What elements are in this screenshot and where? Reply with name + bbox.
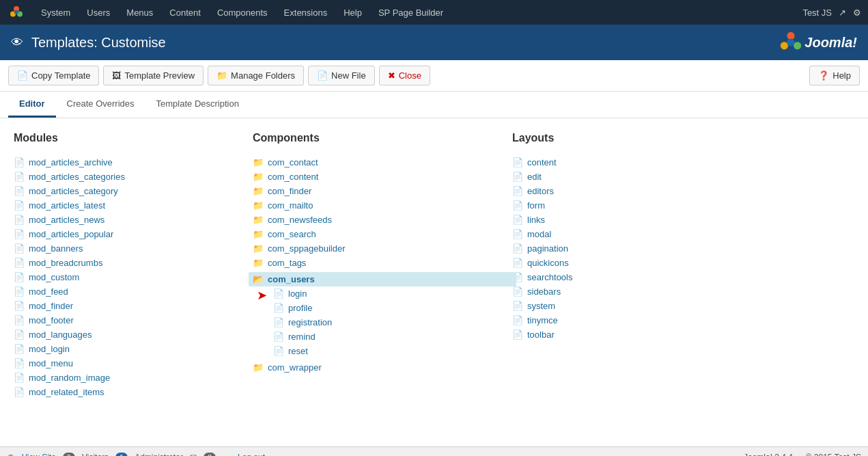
list-item[interactable]: 📁com_finder	[253, 184, 512, 198]
list-item[interactable]: 📄edit	[512, 170, 854, 184]
list-item[interactable]: 📄mod_articles_category	[14, 184, 253, 198]
manage-folders-button[interactable]: 📁 Manage Folders	[208, 66, 304, 85]
file-icon: 📄	[273, 289, 284, 299]
file-icon: 📄	[512, 200, 523, 211]
nav-sppagebuilder[interactable]: SP Page Builder	[370, 0, 451, 25]
help-button[interactable]: ❓ Help	[809, 66, 860, 85]
list-item[interactable]: 📄editors	[512, 184, 854, 198]
nav-help[interactable]: Help	[335, 0, 370, 25]
list-item[interactable]: 📄mod_languages	[14, 327, 253, 342]
modules-column: Modules 📄mod_articles_archive 📄mod_artic…	[14, 132, 253, 399]
list-item-profile[interactable]: 📄 profile	[273, 301, 512, 315]
list-item[interactable]: 📄toolbar	[512, 327, 854, 342]
list-item-reset[interactable]: 📄 reset	[273, 344, 512, 358]
list-item[interactable]: 📄system	[512, 299, 854, 313]
template-preview-button[interactable]: 🖼 Template Preview	[103, 66, 204, 85]
nav-components[interactable]: Components	[209, 0, 276, 25]
top-nav: System Users Menus Content Components Ex…	[33, 0, 802, 25]
logout-link[interactable]: Log out	[238, 453, 265, 457]
new-file-icon: 📄	[317, 70, 328, 81]
list-item[interactable]: 📄searchtools	[512, 270, 854, 284]
nav-content[interactable]: Content	[161, 0, 209, 25]
tab-create-overrides[interactable]: Create Overrides	[56, 92, 145, 118]
nav-extensions[interactable]: Extensions	[276, 0, 336, 25]
file-icon: 📄	[14, 186, 25, 196]
new-file-button[interactable]: 📄 New File	[308, 66, 375, 85]
nav-users[interactable]: Users	[79, 0, 118, 25]
components-list-after: 📁com_wrapper	[253, 360, 512, 375]
view-site-icon: 👁	[7, 453, 15, 457]
list-item-login[interactable]: ➤ 📄 login	[273, 286, 512, 301]
list-item[interactable]: 📄mod_articles_popular	[14, 227, 253, 241]
svg-point-7	[787, 38, 795, 46]
view-site-link[interactable]: View Site	[22, 453, 56, 457]
list-item[interactable]: 📄modal	[512, 227, 854, 241]
svg-point-6	[781, 42, 788, 49]
tab-editor[interactable]: Editor	[8, 92, 56, 118]
list-item[interactable]: 📄mod_articles_news	[14, 213, 253, 227]
list-item[interactable]: 📄mod_breadcrumbs	[14, 256, 253, 270]
list-item[interactable]: 📁com_tags	[253, 256, 512, 270]
list-item[interactable]: 📄mod_finder	[14, 299, 253, 313]
list-item[interactable]: 📄sidebars	[512, 284, 854, 299]
file-icon: 📄	[14, 258, 25, 268]
admin-label: Administrator	[135, 453, 183, 457]
template-preview-label: Template Preview	[124, 70, 195, 81]
com-users-folder[interactable]: 📂 com_users	[249, 272, 516, 286]
joomla-top-icon	[7, 3, 26, 22]
list-item[interactable]: 📁com_content	[253, 170, 512, 184]
list-item[interactable]: 📄mod_feed	[14, 284, 253, 299]
help-label: Help	[832, 70, 851, 81]
nav-menus[interactable]: Menus	[118, 0, 161, 25]
list-item[interactable]: 📁com_contact	[253, 155, 512, 170]
file-icon: 📄	[14, 172, 25, 182]
nav-system[interactable]: System	[33, 0, 79, 25]
list-item-registration[interactable]: 📄 registration	[273, 315, 512, 330]
list-item[interactable]: 📁com_sppagebuilder	[253, 241, 512, 256]
top-navbar: System Users Menus Content Components Ex…	[0, 0, 868, 25]
list-item[interactable]: 📁com_mailto	[253, 198, 512, 213]
close-button[interactable]: ✖ Close	[379, 66, 430, 85]
list-item[interactable]: 📁com_search	[253, 227, 512, 241]
list-item[interactable]: 📄mod_banners	[14, 241, 253, 256]
manage-folders-icon: 📁	[216, 70, 227, 81]
list-item[interactable]: 📄mod_menu	[14, 356, 253, 371]
envelope-icon: ✉	[190, 453, 197, 457]
list-item[interactable]: 📄links	[512, 213, 854, 227]
file-icon: 📄	[512, 243, 523, 254]
list-item[interactable]: 📄mod_footer	[14, 313, 253, 327]
page-title: Templates: Customise	[31, 35, 780, 51]
file-icon: 📄	[512, 286, 523, 297]
joomla-logo-text: Joomla!	[804, 35, 857, 51]
copy-template-button[interactable]: 📄 Copy Template	[8, 66, 99, 85]
modules-list: 📄mod_articles_archive 📄mod_articles_cate…	[14, 155, 253, 399]
topbar-right: Test JS ↗ ⚙	[802, 8, 861, 18]
file-icon: 📄	[512, 258, 523, 268]
list-item[interactable]: 📄quickicons	[512, 256, 854, 270]
list-item[interactable]: 📁com_wrapper	[253, 360, 512, 375]
list-item[interactable]: 📄mod_articles_categories	[14, 170, 253, 184]
list-item[interactable]: 📄mod_custom	[14, 270, 253, 284]
main-content: Modules 📄mod_articles_archive 📄mod_artic…	[0, 118, 868, 446]
list-item[interactable]: 📄pagination	[512, 241, 854, 256]
current-user: Test JS	[802, 8, 832, 18]
copy-template-icon: 📄	[17, 70, 28, 81]
list-item[interactable]: 📁com_newsfeeds	[253, 213, 512, 227]
gear-icon[interactable]: ⚙	[853, 8, 861, 18]
list-item[interactable]: 📄tinymce	[512, 313, 854, 327]
admin-badge: 1	[115, 453, 128, 457]
list-item[interactable]: 📄mod_related_items	[14, 385, 253, 399]
com-users-label: com_users	[268, 274, 315, 284]
list-item[interactable]: 📄mod_articles_latest	[14, 198, 253, 213]
list-item[interactable]: 📄mod_random_image	[14, 371, 253, 385]
tab-template-description[interactable]: Template Description	[145, 92, 250, 118]
login-label: login	[288, 289, 307, 299]
list-item[interactable]: 📄mod_articles_archive	[14, 155, 253, 170]
reset-label: reset	[288, 346, 308, 356]
list-item[interactable]: 📄content	[512, 155, 854, 170]
list-item[interactable]: 📄mod_login	[14, 342, 253, 356]
list-item-remind[interactable]: 📄 remind	[273, 330, 512, 344]
file-icon: 📄	[14, 344, 25, 354]
folder-icon: 📁	[253, 258, 264, 268]
list-item[interactable]: 📄form	[512, 198, 854, 213]
